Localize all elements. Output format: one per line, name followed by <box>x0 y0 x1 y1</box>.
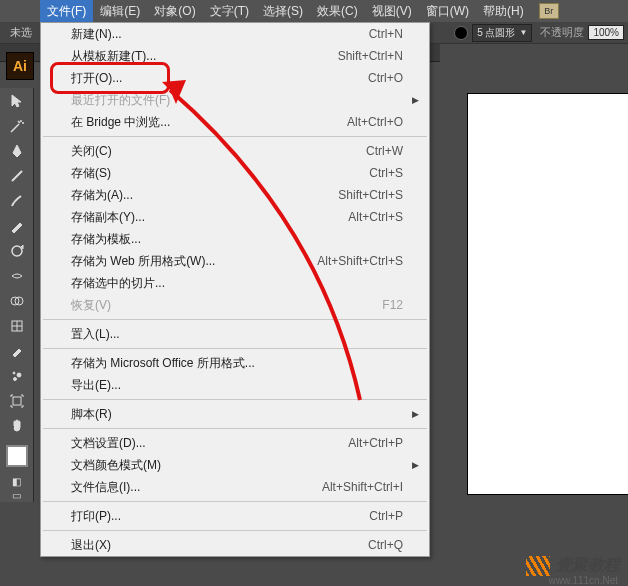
pen-tool[interactable] <box>0 138 34 163</box>
menu-item-label: 关闭(C) <box>71 143 366 160</box>
menu-item-label: 置入(L)... <box>71 326 403 343</box>
menu-item-20[interactable]: 脚本(R)▶ <box>41 403 429 425</box>
menu-help[interactable]: 帮助(H) <box>476 0 531 22</box>
menu-shortcut: F12 <box>382 298 403 312</box>
menu-item-11[interactable]: 存储为 Web 所用格式(W)...Alt+Shift+Ctrl+S <box>41 250 429 272</box>
menu-item-4[interactable]: 在 Bridge 中浏览...Alt+Ctrl+O <box>41 111 429 133</box>
menu-shortcut: Alt+Shift+Ctrl+I <box>322 480 403 494</box>
menu-shortcut: Shift+Ctrl+N <box>338 49 403 63</box>
watermark: 壹聚教程 <box>526 555 620 576</box>
menu-item-label: 存储为 Microsoft Office 所用格式... <box>71 355 403 372</box>
toolbar: ◧ ▭ <box>0 88 34 502</box>
rotate-tool[interactable] <box>0 238 34 263</box>
menu-item-10[interactable]: 存储为模板... <box>41 228 429 250</box>
menu-item-8[interactable]: 存储为(A)...Shift+Ctrl+S <box>41 184 429 206</box>
svg-rect-7 <box>13 397 21 405</box>
symbol-sprayer-tool[interactable] <box>0 363 34 388</box>
menu-item-label: 文档设置(D)... <box>71 435 348 452</box>
menu-item-label: 导出(E)... <box>71 377 403 394</box>
brush-select[interactable]: 5 点圆形 ▼ <box>472 24 532 42</box>
hand-tool[interactable] <box>0 413 34 438</box>
menu-shortcut: Shift+Ctrl+S <box>338 188 403 202</box>
menu-window[interactable]: 窗口(W) <box>419 0 476 22</box>
opacity-value[interactable]: 100% <box>588 25 624 40</box>
menu-shortcut: Alt+Ctrl+P <box>348 436 403 450</box>
menu-item-28[interactable]: 退出(X)Ctrl+Q <box>41 534 429 556</box>
submenu-arrow-icon: ▶ <box>412 460 419 470</box>
shape-builder-tool[interactable] <box>0 288 34 313</box>
magic-wand-tool[interactable] <box>0 113 34 138</box>
menu-item-12[interactable]: 存储选中的切片... <box>41 272 429 294</box>
menu-item-0[interactable]: 新建(N)...Ctrl+N <box>41 23 429 45</box>
brush-dot-icon[interactable] <box>454 26 468 40</box>
fill-stroke-swatch[interactable] <box>0 438 34 474</box>
screen-mode-row[interactable]: ▭ <box>0 488 34 502</box>
menu-shortcut: Alt+Ctrl+O <box>347 115 403 129</box>
watermark-brand: 壹聚教程 <box>556 555 620 576</box>
menu-item-label: 恢复(V) <box>71 297 382 314</box>
menu-edit[interactable]: 编辑(E) <box>93 0 147 22</box>
menu-item-1[interactable]: 从模板新建(T)...Shift+Ctrl+N <box>41 45 429 67</box>
menu-item-label: 存储为模板... <box>71 231 403 248</box>
menu-item-label: 脚本(R) <box>71 406 403 423</box>
menu-item-17[interactable]: 存储为 Microsoft Office 所用格式... <box>41 352 429 374</box>
menu-item-7[interactable]: 存储(S)Ctrl+S <box>41 162 429 184</box>
menu-shortcut: Alt+Shift+Ctrl+S <box>317 254 403 268</box>
menu-separator <box>43 319 427 320</box>
line-tool[interactable] <box>0 163 34 188</box>
menu-effect[interactable]: 效果(C) <box>310 0 365 22</box>
menu-item-label: 最近打开的文件(F) <box>71 92 403 109</box>
menu-separator <box>43 399 427 400</box>
menu-object[interactable]: 对象(O) <box>147 0 202 22</box>
menu-separator <box>43 501 427 502</box>
menu-item-26[interactable]: 打印(P)...Ctrl+P <box>41 505 429 527</box>
menu-item-15[interactable]: 置入(L)... <box>41 323 429 345</box>
pencil-tool[interactable] <box>0 213 34 238</box>
watermark-logo-icon <box>526 556 550 576</box>
selection-status: 未选 <box>0 25 40 40</box>
menu-file[interactable]: 文件(F) <box>40 0 93 22</box>
brush-tool[interactable] <box>0 188 34 213</box>
eyedropper-tool[interactable] <box>0 338 34 363</box>
selection-tool[interactable] <box>0 88 34 113</box>
menu-item-label: 文档颜色模式(M) <box>71 457 403 474</box>
watermark-url: www.111cn.Net <box>549 575 618 586</box>
file-menu-dropdown: 新建(N)...Ctrl+N从模板新建(T)...Shift+Ctrl+N打开(… <box>40 22 430 557</box>
menu-select[interactable]: 选择(S) <box>256 0 310 22</box>
color-mode-row[interactable]: ◧ <box>0 474 34 488</box>
menu-item-label: 从模板新建(T)... <box>71 48 338 65</box>
menu-item-2[interactable]: 打开(O)...Ctrl+O <box>41 67 429 89</box>
menu-item-6[interactable]: 关闭(C)Ctrl+W <box>41 140 429 162</box>
menu-view[interactable]: 视图(V) <box>365 0 419 22</box>
artboard <box>468 94 628 494</box>
width-tool[interactable] <box>0 263 34 288</box>
menu-shortcut: Ctrl+W <box>366 144 403 158</box>
submenu-arrow-icon: ▶ <box>412 409 419 419</box>
menu-shortcut: Ctrl+P <box>369 509 403 523</box>
menu-shortcut: Ctrl+N <box>369 27 403 41</box>
artboard-tool[interactable] <box>0 388 34 413</box>
menu-item-label: 打开(O)... <box>71 70 368 87</box>
menu-separator <box>43 530 427 531</box>
menu-item-label: 新建(N)... <box>71 26 369 43</box>
menu-separator <box>43 136 427 137</box>
bridge-badge[interactable]: Br <box>539 3 559 19</box>
menu-item-label: 退出(X) <box>71 537 368 554</box>
canvas[interactable] <box>440 44 628 586</box>
menu-item-23[interactable]: 文档颜色模式(M)▶ <box>41 454 429 476</box>
menu-item-18[interactable]: 导出(E)... <box>41 374 429 396</box>
mesh-tool[interactable] <box>0 313 34 338</box>
menu-item-label: 存储副本(Y)... <box>71 209 348 226</box>
menu-shortcut: Alt+Ctrl+S <box>348 210 403 224</box>
menu-type[interactable]: 文字(T) <box>203 0 256 22</box>
svg-point-4 <box>13 372 15 374</box>
menu-shortcut: Ctrl+Q <box>368 538 403 552</box>
submenu-arrow-icon: ▶ <box>412 95 419 105</box>
menu-item-3: 最近打开的文件(F)▶ <box>41 89 429 111</box>
svg-point-6 <box>13 377 16 380</box>
menu-item-label: 存储为(A)... <box>71 187 338 204</box>
menu-item-label: 在 Bridge 中浏览... <box>71 114 347 131</box>
menu-item-24[interactable]: 文件信息(I)...Alt+Shift+Ctrl+I <box>41 476 429 498</box>
menu-item-22[interactable]: 文档设置(D)...Alt+Ctrl+P <box>41 432 429 454</box>
menu-item-9[interactable]: 存储副本(Y)...Alt+Ctrl+S <box>41 206 429 228</box>
